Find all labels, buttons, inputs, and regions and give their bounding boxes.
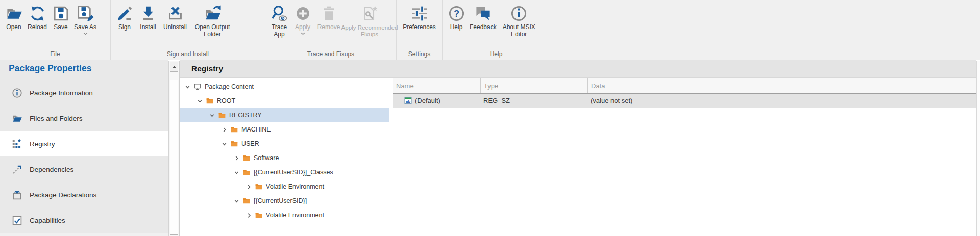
ribbon-group-help: ?HelpFeedbackAbout MSIX EditorHelp xyxy=(443,0,550,60)
right-scrollbar-track[interactable] xyxy=(976,61,980,236)
sidebar-item-label: Files and Folders xyxy=(30,115,83,122)
tree-node-label: MACHINE xyxy=(241,126,271,133)
content-header: Registry xyxy=(180,60,976,78)
chevron-expanded-icon[interactable] xyxy=(220,140,228,147)
ribbon-button-label: Uninstall xyxy=(163,24,187,31)
chevron-collapsed-icon[interactable] xyxy=(245,183,252,190)
folder-icon xyxy=(242,197,251,205)
install-icon xyxy=(138,3,158,23)
ribbon-group-file: OpenReloadSaveSave AsFile xyxy=(0,0,111,60)
column-header-data[interactable]: Data xyxy=(587,78,976,93)
ribbon-button-reload[interactable]: Reload xyxy=(26,3,49,32)
column-header-name[interactable]: Name xyxy=(393,78,480,93)
sign-icon xyxy=(115,3,134,23)
chevron-collapsed-icon[interactable] xyxy=(233,154,240,162)
tree-node-label: ROOT xyxy=(217,97,235,104)
sidebar-item-label: Dependencies xyxy=(30,166,74,173)
ribbon-group-sign-and-install: SignInstallUninstallOpen Output FolderSi… xyxy=(111,0,265,60)
reload-icon xyxy=(28,3,47,23)
chevron-collapsed-icon[interactable] xyxy=(220,126,228,133)
ribbon-button-save-as[interactable]: Save As xyxy=(72,3,98,36)
tree-node-label: [{CurrentUserSID}] xyxy=(254,197,307,204)
tree-node-registry[interactable]: REGISTRY xyxy=(180,108,389,122)
tree-node-user[interactable]: USER xyxy=(180,137,389,151)
chevron-expanded-icon[interactable] xyxy=(233,197,240,204)
sidebar-item-registry[interactable]: Registry xyxy=(0,131,168,156)
tree-node-software[interactable]: Software xyxy=(180,151,389,165)
ribbon-button-sign[interactable]: Sign xyxy=(113,3,136,32)
ribbon-button-apply-recommended-fixups[interactable]: Apply Recommended Fixups xyxy=(343,3,396,38)
folder-icon xyxy=(217,111,226,120)
ribbon-button-apply[interactable]: Apply xyxy=(291,3,314,36)
tree-node-currentusersid-classes[interactable]: [{CurrentUserSID}]_Classes xyxy=(180,165,389,179)
tree-node-root[interactable]: ROOT xyxy=(180,94,389,108)
registry-tree: Package ContentROOTREGISTRYMACHINEUSERSo… xyxy=(180,78,389,236)
msix-editor-window: OpenReloadSaveSave AsFileSignInstallUnin… xyxy=(0,0,980,236)
ribbon-button-label: Install xyxy=(140,24,156,31)
capabilities-icon xyxy=(11,215,22,226)
ribbon-button-label: Save As xyxy=(74,24,96,31)
chevron-down-icon[interactable] xyxy=(83,32,88,35)
ribbon-group-label: Sign and Install xyxy=(111,50,265,58)
table-row[interactable]: ab(Default)REG_SZ(value not set) xyxy=(393,94,976,108)
ribbon-button-help[interactable]: ?Help xyxy=(445,3,468,32)
chevron-expanded-icon[interactable] xyxy=(196,97,203,104)
ribbon-button-install[interactable]: Install xyxy=(136,3,160,32)
scroll-up-button[interactable] xyxy=(170,62,178,72)
value-data: (value not set) xyxy=(587,97,976,104)
tree-node-currentusersid[interactable]: [{CurrentUserSID}] xyxy=(180,194,389,208)
chevron-collapsed-icon[interactable] xyxy=(245,212,252,219)
scroll-up-icon xyxy=(172,62,177,71)
ribbon-button-about-msix-editor[interactable]: About MSIX Editor xyxy=(498,3,540,39)
sidebar-item-label: Package Declarations xyxy=(30,191,96,199)
ribbon-button-save[interactable]: Save xyxy=(49,3,72,32)
sidebar-item-files-and-folders[interactable]: Files and Folders xyxy=(0,106,168,131)
page-title: Registry xyxy=(191,64,223,73)
column-header-type[interactable]: Type xyxy=(480,78,587,93)
tree-node-package-content[interactable]: Package Content xyxy=(180,80,389,94)
ribbon-button-label: Apply xyxy=(295,24,310,31)
folder-icon xyxy=(254,182,263,191)
files-folders-icon xyxy=(11,113,22,124)
chevron-down-icon[interactable] xyxy=(301,32,305,35)
folder-icon xyxy=(205,97,214,106)
ribbon-button-label: Feedback xyxy=(470,24,497,31)
sidebar-item-label: Capabilities xyxy=(30,217,65,224)
scrollbar-thumb[interactable] xyxy=(170,80,178,235)
folder-icon xyxy=(242,168,251,177)
tree-node-label: Software xyxy=(254,154,279,162)
fixups-icon xyxy=(360,3,379,23)
sidebar-item-label: Package Information xyxy=(30,89,93,97)
table-header-row: NameTypeData xyxy=(393,78,976,94)
ribbon-button-open[interactable]: Open xyxy=(2,3,26,32)
ribbon-button-label: Save xyxy=(54,24,67,31)
info-icon xyxy=(11,87,22,98)
ribbon-button-label: Reload xyxy=(28,24,47,31)
chevron-expanded-icon[interactable] xyxy=(233,169,240,176)
sidebar-item-capabilities[interactable]: Capabilities xyxy=(0,207,168,233)
sidebar-item-package-information[interactable]: Package Information xyxy=(0,80,168,106)
ribbon-button-open-output-folder[interactable]: Open Output Folder xyxy=(190,3,234,39)
remove-icon xyxy=(319,3,338,23)
sidebar-scrollbar[interactable] xyxy=(168,61,180,236)
sidebar: Package Properties Package InformationFi… xyxy=(0,60,168,236)
tree-node-machine[interactable]: MACHINE xyxy=(180,122,389,137)
folder-icon xyxy=(254,211,263,220)
ribbon-button-uninstall[interactable]: Uninstall xyxy=(160,3,190,32)
ribbon-button-preferences[interactable]: Preferences xyxy=(401,3,437,32)
tree-node-volatile-environment[interactable]: Volatile Environment xyxy=(180,179,389,194)
ribbon-group-trace-and-fixups: Trace AppApplyRemoveApply Recommended Fi… xyxy=(265,0,397,60)
ribbon-button-feedback[interactable]: Feedback xyxy=(468,3,498,32)
ribbon-button-trace-app[interactable]: Trace App xyxy=(267,3,291,39)
sidebar-item-package-declarations[interactable]: Package Declarations xyxy=(0,182,168,207)
tree-node-volatile-environment[interactable]: Volatile Environment xyxy=(180,208,389,222)
value-type: REG_SZ xyxy=(480,97,587,104)
sidebar-item-dependencies[interactable]: Dependencies xyxy=(0,156,168,182)
tree-node-label: Volatile Environment xyxy=(266,183,324,190)
ribbon-button-remove[interactable]: Remove xyxy=(314,3,343,32)
table-body: ab(Default)REG_SZ(value not set) xyxy=(393,94,976,108)
chevron-expanded-icon[interactable] xyxy=(184,83,191,90)
computer-icon xyxy=(193,83,202,91)
tree-node-label: [{CurrentUserSID}]_Classes xyxy=(254,169,333,176)
chevron-expanded-icon[interactable] xyxy=(208,112,215,119)
